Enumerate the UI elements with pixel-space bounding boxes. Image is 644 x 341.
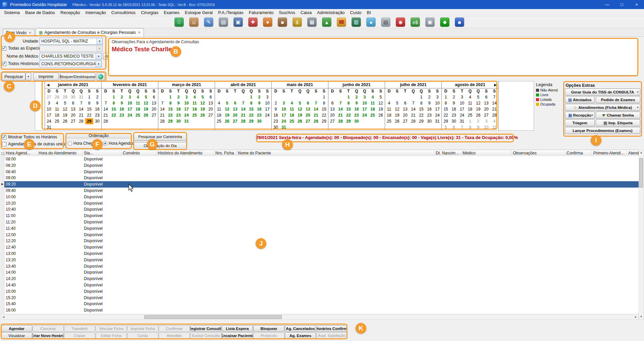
day-cell[interactable]: 30 xyxy=(93,118,101,124)
day-cell[interactable]: 10 xyxy=(458,100,466,106)
day-cell[interactable]: 9 xyxy=(93,100,101,106)
menu-cirurgias[interactable]: Cirurgias xyxy=(138,9,161,16)
day-cell[interactable]: 25 xyxy=(466,112,474,118)
menu-exames[interactable]: Exames xyxy=(161,9,182,16)
imp-etiqueta-button[interactable]: ▤Imp. Etiqueta xyxy=(596,119,640,126)
scroll-left-icon[interactable]: ◄ xyxy=(1,315,6,319)
day-cell[interactable]: 25 xyxy=(191,112,199,118)
day-cell[interactable]: 27 xyxy=(69,118,77,124)
stock-icon[interactable]: ■ xyxy=(278,17,287,27)
visualizar-button[interactable]: Visualizar xyxy=(1,332,32,339)
table-row[interactable]: 12:00Disponível xyxy=(1,232,639,238)
scroll-right-icon[interactable]: ► xyxy=(633,315,638,319)
day-cell[interactable]: 18 xyxy=(53,112,61,118)
close-button[interactable]: × xyxy=(629,0,644,9)
day-cell[interactable]: 11 xyxy=(369,100,377,106)
chevron-down-icon[interactable]: ▼ xyxy=(96,61,101,67)
day-cell[interactable]: 16 xyxy=(353,106,361,112)
day-cell[interactable]: 25 xyxy=(134,112,142,118)
close-icon[interactable]: × xyxy=(29,30,31,35)
day-cell[interactable]: 26 xyxy=(199,112,207,118)
lancar-procedimentos-button[interactable]: Lançar Procedimentos (Exames) xyxy=(565,127,640,134)
day-cell[interactable]: 13 xyxy=(328,106,336,112)
day-cell[interactable]: 10 xyxy=(45,106,53,112)
day-cell[interactable]: 13 xyxy=(150,100,158,106)
chevron-down-icon[interactable]: ▼ xyxy=(97,38,102,44)
day-cell[interactable]: 14 xyxy=(312,106,320,112)
day-cell[interactable]: 17 xyxy=(458,106,466,112)
col-hora-agend[interactable]: Hora Agend... xyxy=(4,150,37,156)
day-cell[interactable]: 31 xyxy=(458,118,466,124)
table-row[interactable]: 08:00Disponível xyxy=(1,156,639,162)
vertical-scroll-thumb[interactable] xyxy=(639,158,643,188)
day-cell[interactable]: 14 xyxy=(336,106,344,112)
close-icon[interactable]: × xyxy=(138,30,141,35)
day-cell[interactable]: 11 xyxy=(134,100,142,106)
workstation-icon[interactable]: ▣ xyxy=(233,17,243,27)
users-icon[interactable]: ☻ xyxy=(455,17,464,27)
table-row[interactable]: 08:20Disponível xyxy=(1,162,639,169)
day-cell[interactable]: 4 xyxy=(490,118,498,124)
day-cell[interactable]: 11 xyxy=(288,106,296,112)
day-cell[interactable]: 28 xyxy=(158,118,166,124)
col-medico[interactable]: Médico xyxy=(461,150,512,156)
day-cell[interactable]: 6 xyxy=(328,100,336,106)
day-cell[interactable]: 27 xyxy=(482,112,490,118)
day-cell[interactable]: 3 xyxy=(126,94,134,100)
day-cell[interactable]: 27 xyxy=(231,118,239,124)
day-cell[interactable]: 19 xyxy=(296,112,304,118)
day-cell[interactable]: 10 xyxy=(280,106,288,112)
table-row[interactable]: 11:20Disponível xyxy=(1,219,639,225)
day-cell[interactable]: 5 xyxy=(61,100,69,106)
day-cell[interactable]: 24 xyxy=(433,112,441,118)
day-cell[interactable]: 30 xyxy=(255,118,263,124)
documents-icon[interactable]: ▣ xyxy=(425,17,435,27)
day-cell[interactable]: 5 xyxy=(199,94,207,100)
day-cell[interactable]: 22 xyxy=(247,112,255,118)
table-row[interactable]: 09:40Disponível xyxy=(1,188,639,194)
day-cell[interactable]: 4 xyxy=(215,100,223,106)
chamar-senha-button[interactable]: ☛Chamar Senha xyxy=(596,112,640,119)
mostrar-todos-checkbox[interactable]: Mostrar Todos os Horários xyxy=(2,135,57,139)
pesquisar-dropdown-button[interactable]: ▼ xyxy=(25,73,31,80)
table-row[interactable]: 11:40Disponível xyxy=(1,225,639,232)
day-cell[interactable]: 29 xyxy=(247,118,255,124)
day-cell[interactable]: 22 xyxy=(417,112,425,118)
day-cell[interactable]: 8 xyxy=(417,100,425,106)
day-cell[interactable]: 20 xyxy=(69,112,77,118)
day-cell[interactable]: 4 xyxy=(53,100,61,106)
day-cell[interactable]: 31 xyxy=(182,118,191,124)
day-cell[interactable]: 26 xyxy=(393,118,401,124)
pharmacy-icon[interactable]: ♥ xyxy=(263,17,272,27)
day-cell[interactable]: 17 xyxy=(433,106,441,112)
day-cell[interactable]: 26 xyxy=(377,112,385,118)
table-row[interactable]: 12:20Disponível xyxy=(1,238,639,244)
day-cell[interactable]: 10 xyxy=(361,100,369,106)
day-cell[interactable]: 8 xyxy=(344,100,353,106)
day-cell[interactable]: 1 xyxy=(417,94,425,100)
day-cell[interactable]: 14 xyxy=(158,106,166,112)
day-cell[interactable]: 23 xyxy=(118,112,126,118)
menu-caixa[interactable]: Caixa xyxy=(298,9,314,16)
day-cell[interactable]: 5 xyxy=(377,94,385,100)
pesquisar-button[interactable]: Pesquisar xyxy=(2,73,25,80)
day-cell[interactable]: 9 xyxy=(425,100,433,106)
day-cell[interactable]: 17 xyxy=(280,112,288,118)
day-cell[interactable]: 21 xyxy=(239,112,247,118)
ambulance-icon[interactable]: ✚ xyxy=(248,17,258,27)
day-cell[interactable]: 17 xyxy=(263,106,271,112)
col-atend[interactable]: Atend... xyxy=(627,150,639,156)
day-cell[interactable]: 16 xyxy=(425,106,433,112)
day-cell[interactable]: 23 xyxy=(272,118,280,124)
day-cell[interactable]: 16 xyxy=(118,106,126,112)
day-cell[interactable]: 26 xyxy=(223,118,231,124)
day-cell[interactable]: 3 xyxy=(45,100,53,106)
col-observacoes[interactable]: Observações xyxy=(512,150,565,156)
table-row[interactable]: 14:00Disponível xyxy=(1,269,639,276)
vitals-icon[interactable]: ◆ xyxy=(440,17,449,27)
day-cell[interactable]: 22 xyxy=(110,112,118,118)
day-cell[interactable]: 27 xyxy=(207,112,215,118)
observacao-dia-button[interactable]: Observação do Dia xyxy=(133,142,187,149)
day-cell[interactable]: 5 xyxy=(393,100,401,106)
scroll-down-icon[interactable]: ▼ xyxy=(639,314,643,319)
